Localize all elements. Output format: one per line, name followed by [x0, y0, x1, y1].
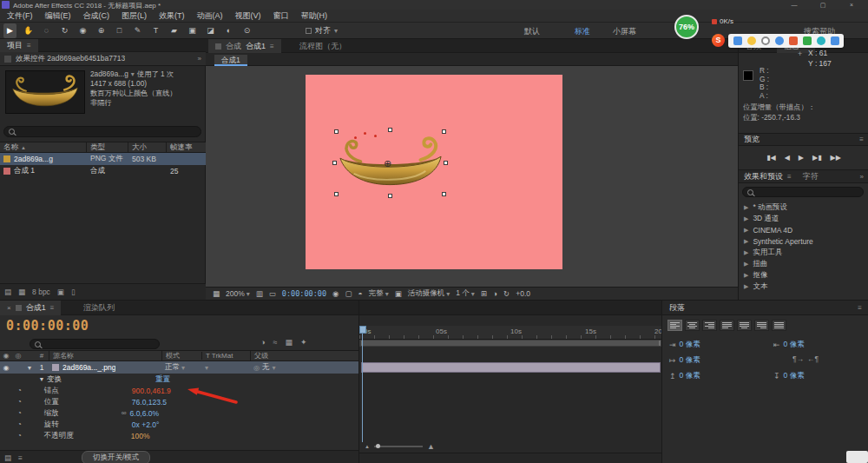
effects-category[interactable]: ▶文本 — [739, 281, 868, 292]
justify-all-button[interactable] — [772, 320, 786, 331]
time-ruler[interactable]: 0s 05s 10s 15s 20s — [359, 326, 661, 340]
tab-effect-controls-label[interactable]: 效果控件 2ad869aeb6451ba7713 — [16, 54, 125, 64]
property-row-rotation[interactable]: ◔ 旋转 0x +2.0° — [0, 419, 358, 430]
effects-category[interactable]: ▶Synthetic Aperture — [739, 235, 868, 247]
refresh-icon[interactable]: ↻ — [503, 289, 510, 298]
maximize-button[interactable]: ▢ — [810, 0, 836, 10]
pan-behind-anchor-tool[interactable]: ⊕ — [95, 23, 108, 38]
view-layout-icon[interactable]: ▦ — [213, 289, 220, 298]
effects-category[interactable]: ▶CINEMA 4D — [739, 224, 868, 235]
indent-left-field[interactable]: ⇥ 0 像素 — [669, 340, 700, 350]
layer-row[interactable]: ◉ ▼ 1 2ad869a..._.png 正常 ▾ ▾ ◎ 无 ▾ — [0, 361, 358, 374]
play-button[interactable]: ▶ — [799, 154, 804, 162]
panel-menu-icon[interactable]: ≡ — [27, 42, 31, 50]
pixel-aspect-icon[interactable]: ⊞ — [481, 289, 487, 298]
tab-render-queue[interactable]: 渲染队列 — [76, 301, 122, 315]
property-row-position[interactable]: ◔ 位置 76.0,123.5 — [0, 396, 358, 407]
align-left-button[interactable] — [667, 320, 682, 331]
icon-view-icon[interactable]: ▦ — [18, 288, 25, 296]
effects-search-input[interactable] — [742, 187, 864, 197]
effects-category[interactable]: ▶扭曲 — [739, 258, 868, 269]
parent-header[interactable]: 父级 — [250, 351, 328, 360]
sogou-ime-badge[interactable]: S — [712, 34, 725, 47]
menu-window[interactable]: 窗口 — [273, 10, 289, 22]
droplet-icon[interactable] — [817, 36, 825, 45]
preview-panel-header[interactable]: 预览 ≡ — [739, 133, 868, 146]
column-fps[interactable]: 帧速率 — [167, 142, 206, 152]
comp-mini-flowchart-icon[interactable]: ◑ — [260, 338, 265, 347]
link-dimensions-icon[interactable]: ∞ — [122, 409, 127, 417]
toggle-switches-modes-button[interactable]: 切换开关/模式 — [82, 451, 150, 463]
trkmat-header[interactable]: T TrkMat — [201, 352, 250, 360]
anchor-point-indicator[interactable]: ⊕ — [384, 159, 391, 169]
stopwatch-icon[interactable]: ◔ — [17, 432, 22, 440]
trash-icon[interactable]: ▯ — [71, 288, 76, 296]
current-timecode[interactable]: 0:00:00:00 — [6, 318, 89, 334]
footage-dropdown-icon[interactable]: ▾ — [131, 69, 135, 79]
selection-handle[interactable] — [334, 129, 339, 134]
align-checkbox[interactable] — [306, 28, 312, 34]
stopwatch-icon[interactable]: ◔ — [17, 387, 22, 394]
new-folder-icon[interactable]: ▣ — [57, 288, 64, 296]
pickwhip-icon[interactable]: ◎ — [253, 364, 260, 372]
selection-tool[interactable]: ▶ — [3, 23, 16, 38]
position-value[interactable]: 76.0,123.5 — [132, 398, 167, 407]
selection-handle[interactable] — [388, 194, 392, 198]
ltr-direction-button[interactable]: ¶→ — [792, 354, 804, 363]
parent-select[interactable]: ◎ 无 ▾ — [250, 362, 328, 373]
paragraph-header[interactable]: 段落 ≡ — [662, 301, 868, 315]
align-right-button[interactable] — [702, 320, 717, 331]
group-expand-icon[interactable]: ▼ — [36, 376, 47, 382]
effect-controls-tabbar[interactable]: 效果控件 2ad869aeb6451ba7713 » — [0, 52, 206, 66]
transform-group-row[interactable]: ▼ 变换 重置 — [0, 374, 358, 385]
rotation-value[interactable]: 0x +2.0° — [132, 420, 160, 429]
show-snapshot-icon[interactable]: ▢ — [345, 289, 352, 298]
magnification-select[interactable]: 200% ▾ — [226, 289, 250, 298]
space-before-field[interactable]: ↥ 0 像素 — [669, 371, 700, 381]
composition-canvas[interactable]: ⊕ — [306, 75, 562, 269]
space-after-field[interactable]: ↧ 0 像素 — [773, 371, 805, 381]
table-row[interactable]: 合成 1 合成 25 — [0, 165, 206, 177]
layer-name[interactable]: 2ad869a..._.png — [62, 363, 115, 372]
channels-icon[interactable]: ◓ — [358, 289, 363, 298]
align-dropdown-icon[interactable]: ▾ — [334, 27, 338, 35]
emoji-icon[interactable] — [747, 36, 756, 45]
expand-panel-icon[interactable]: ▤ — [4, 453, 11, 462]
tab-timeline-comp1[interactable]: × 合成1 ≡ — [0, 301, 61, 315]
justify-last-center-button[interactable] — [737, 320, 752, 331]
transform-group-label[interactable]: 变换 — [47, 374, 62, 385]
draft3d-icon[interactable]: ≈ — [273, 338, 277, 347]
zoom-slider-handle[interactable] — [376, 444, 380, 448]
speaker-icon[interactable] — [775, 36, 784, 45]
menu-effect[interactable]: 效果(T) — [159, 10, 185, 22]
trkmat-select[interactable]: ▾ — [201, 364, 250, 372]
align-center-button[interactable] — [685, 320, 700, 331]
clock-icon[interactable] — [761, 36, 770, 45]
scale-value[interactable]: 6.0,6.0% — [130, 409, 160, 418]
panel-menu-icon[interactable]: ≡ — [858, 304, 862, 312]
mask-visibility-icon[interactable]: ▭ — [269, 289, 276, 298]
layer-expand-icon[interactable]: ▼ — [24, 365, 35, 371]
zoom-tool[interactable]: ◌ — [40, 23, 53, 38]
mode-header[interactable]: 模式 — [161, 351, 201, 360]
fast-preview-icon[interactable]: ◑ — [493, 289, 497, 298]
roi-icon[interactable]: ▣ — [395, 289, 402, 298]
current-time-indicator-head[interactable] — [359, 326, 366, 334]
record-icon[interactable] — [789, 36, 798, 45]
viewer-pasteboard[interactable]: ⊕ — [206, 66, 738, 287]
effects-category[interactable]: ▶* 动画预设 — [739, 202, 868, 213]
first-line-indent-value[interactable]: 0 像素 — [680, 355, 700, 366]
tab-project[interactable]: 项目 ≡ — [0, 39, 38, 52]
shape-tool[interactable]: □ — [113, 23, 126, 38]
snapshot-icon[interactable]: ◉ — [332, 289, 339, 298]
recorder-percent-badge[interactable]: 76% — [674, 15, 699, 39]
panel-menu-icon[interactable]: ≡ — [787, 173, 792, 181]
zoom-slider[interactable] — [374, 446, 423, 447]
camera-view-select[interactable]: 活动摄像机 ▾ — [408, 288, 450, 299]
selection-handle[interactable] — [388, 128, 392, 132]
property-row-anchor[interactable]: ◔ 锚点 900.0,461.9 — [0, 385, 358, 396]
menu-file[interactable]: 文件(F) — [7, 10, 33, 22]
selection-handle[interactable] — [334, 192, 339, 196]
menu-view[interactable]: 视图(V) — [235, 10, 261, 22]
close-button[interactable]: × — [838, 0, 865, 10]
